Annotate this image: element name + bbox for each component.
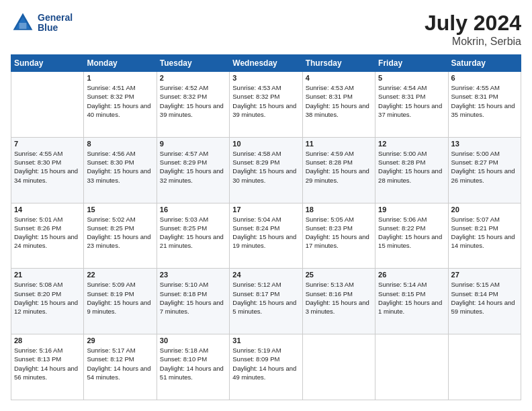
col-wednesday: Wednesday [230,55,302,72]
col-thursday: Thursday [302,55,375,72]
col-sunday: Sunday [11,55,84,72]
sunrise-text: Sunrise: 5:00 AM [378,149,445,158]
calendar-table: Sunday Monday Tuesday Wednesday Thursday… [11,54,521,400]
sunset-text: Sunset: 8:10 PM [160,355,226,363]
table-row: 12 Sunrise: 5:00 AM Sunset: 8:28 PM Dayl… [375,137,448,203]
col-monday: Monday [84,55,157,72]
sunset-text: Sunset: 8:19 PM [87,289,153,298]
table-row: 2 Sunrise: 4:52 AM Sunset: 8:32 PM Dayli… [157,72,229,138]
sunset-text: Sunset: 8:30 PM [87,158,153,167]
sunrise-text: Sunrise: 5:05 AM [306,215,372,224]
daylight-text: Daylight: 15 hours and 39 minutes. [160,101,226,120]
table-row: 23 Sunrise: 5:10 AM Sunset: 8:18 PM Dayl… [157,269,229,334]
daylight-text: Daylight: 15 hours and 15 minutes. [378,232,445,250]
table-row: 31 Sunrise: 5:19 AM Sunset: 8:09 PM Dayl… [230,334,302,400]
table-row: 30 Sunrise: 5:18 AM Sunset: 8:10 PM Dayl… [157,334,229,400]
sunrise-text: Sunrise: 5:06 AM [378,215,445,224]
sunrise-text: Sunrise: 5:18 AM [160,346,226,355]
calendar-header-row: Sunday Monday Tuesday Wednesday Thursday… [11,55,521,72]
sunset-text: Sunset: 8:29 PM [160,158,226,167]
day-number: 25 [306,271,372,279]
sunrise-text: Sunrise: 5:13 AM [306,280,372,289]
logo-line1: General [38,13,73,23]
daylight-text: Daylight: 15 hours and 17 minutes. [306,232,372,250]
day-number: 31 [232,336,299,345]
cell-content: Sunrise: 5:08 AM Sunset: 8:20 PM Dayligh… [14,280,81,316]
sunrise-text: Sunrise: 5:02 AM [87,215,153,224]
day-number: 7 [14,140,81,148]
calendar-week-row: 7 Sunrise: 4:55 AM Sunset: 8:30 PM Dayli… [11,137,521,203]
sunset-text: Sunset: 8:21 PM [451,224,518,232]
sunrise-text: Sunrise: 5:01 AM [14,215,81,224]
sunset-text: Sunset: 8:32 PM [232,92,299,101]
sunset-text: Sunset: 8:25 PM [160,224,226,232]
day-number: 15 [87,205,153,214]
day-number: 4 [306,74,372,82]
logo-icon [11,11,35,35]
table-row: 5 Sunrise: 4:54 AM Sunset: 8:31 PM Dayli… [375,72,448,138]
cell-content: Sunrise: 4:57 AM Sunset: 8:29 PM Dayligh… [160,149,226,185]
sunset-text: Sunset: 8:18 PM [160,289,226,298]
table-row: 17 Sunrise: 5:04 AM Sunset: 8:24 PM Dayl… [230,203,302,269]
cell-content: Sunrise: 4:55 AM Sunset: 8:31 PM Dayligh… [451,83,518,119]
table-row: 20 Sunrise: 5:07 AM Sunset: 8:21 PM Dayl… [448,203,521,269]
table-row: 9 Sunrise: 4:57 AM Sunset: 8:29 PM Dayli… [157,137,229,203]
cell-content: Sunrise: 5:19 AM Sunset: 8:09 PM Dayligh… [232,346,299,381]
table-row: 29 Sunrise: 5:17 AM Sunset: 8:12 PM Dayl… [84,334,157,400]
daylight-text: Daylight: 15 hours and 21 minutes. [160,232,226,250]
sunrise-text: Sunrise: 5:04 AM [232,215,299,224]
cell-content: Sunrise: 4:53 AM Sunset: 8:32 PM Dayligh… [232,83,299,119]
sunrise-text: Sunrise: 5:07 AM [451,215,518,224]
sunset-text: Sunset: 8:15 PM [378,289,445,298]
day-number: 17 [232,205,299,214]
table-row: 10 Sunrise: 4:58 AM Sunset: 8:29 PM Dayl… [230,137,302,203]
logo: General Blue [11,11,73,35]
cell-content: Sunrise: 5:00 AM Sunset: 8:28 PM Dayligh… [378,149,445,185]
sunset-text: Sunset: 8:29 PM [232,158,299,167]
sunset-text: Sunset: 8:30 PM [14,158,81,167]
calendar-week-row: 28 Sunrise: 5:16 AM Sunset: 8:13 PM Dayl… [11,334,521,400]
table-row: 6 Sunrise: 4:55 AM Sunset: 8:31 PM Dayli… [448,72,521,138]
daylight-text: Daylight: 14 hours and 59 minutes. [451,298,518,316]
cell-content: Sunrise: 5:09 AM Sunset: 8:19 PM Dayligh… [87,280,153,316]
daylight-text: Daylight: 15 hours and 19 minutes. [232,232,299,250]
table-row: 22 Sunrise: 5:09 AM Sunset: 8:19 PM Dayl… [84,269,157,334]
day-number: 18 [306,205,372,214]
calendar-week-row: 21 Sunrise: 5:08 AM Sunset: 8:20 PM Dayl… [11,269,521,334]
day-number: 23 [160,271,226,279]
day-number: 3 [232,74,299,82]
table-row [448,334,521,400]
table-row: 11 Sunrise: 4:59 AM Sunset: 8:28 PM Dayl… [302,137,375,203]
sunset-text: Sunset: 8:09 PM [232,355,299,363]
day-number: 5 [378,74,445,82]
daylight-text: Daylight: 15 hours and 23 minutes. [87,232,153,250]
sunrise-text: Sunrise: 4:55 AM [451,83,518,92]
day-number: 9 [160,140,226,148]
table-row: 7 Sunrise: 4:55 AM Sunset: 8:30 PM Dayli… [11,137,84,203]
day-number: 2 [160,74,226,82]
cell-content: Sunrise: 5:15 AM Sunset: 8:14 PM Dayligh… [451,280,518,316]
daylight-text: Daylight: 15 hours and 9 minutes. [87,298,153,316]
daylight-text: Daylight: 14 hours and 54 minutes. [87,364,153,382]
daylight-text: Daylight: 15 hours and 37 minutes. [378,101,445,120]
cell-content: Sunrise: 5:01 AM Sunset: 8:26 PM Dayligh… [14,215,81,250]
table-row: 27 Sunrise: 5:15 AM Sunset: 8:14 PM Dayl… [448,269,521,334]
daylight-text: Daylight: 15 hours and 33 minutes. [87,167,153,185]
sunset-text: Sunset: 8:32 PM [160,92,226,101]
day-number: 1 [87,74,153,82]
daylight-text: Daylight: 15 hours and 26 minutes. [451,167,518,185]
day-number: 11 [306,140,372,148]
day-number: 22 [87,271,153,279]
day-number: 8 [87,140,153,148]
day-number: 19 [378,205,445,214]
svg-rect-2 [19,23,27,29]
day-number: 12 [378,140,445,148]
sunset-text: Sunset: 8:28 PM [378,158,445,167]
table-row: 19 Sunrise: 5:06 AM Sunset: 8:22 PM Dayl… [375,203,448,269]
sunrise-text: Sunrise: 5:14 AM [378,280,445,289]
daylight-text: Daylight: 15 hours and 14 minutes. [451,232,518,250]
sunset-text: Sunset: 8:22 PM [378,224,445,232]
table-row: 25 Sunrise: 5:13 AM Sunset: 8:16 PM Dayl… [302,269,375,334]
logo-line2: Blue [38,23,73,33]
daylight-text: Daylight: 15 hours and 38 minutes. [306,101,372,120]
